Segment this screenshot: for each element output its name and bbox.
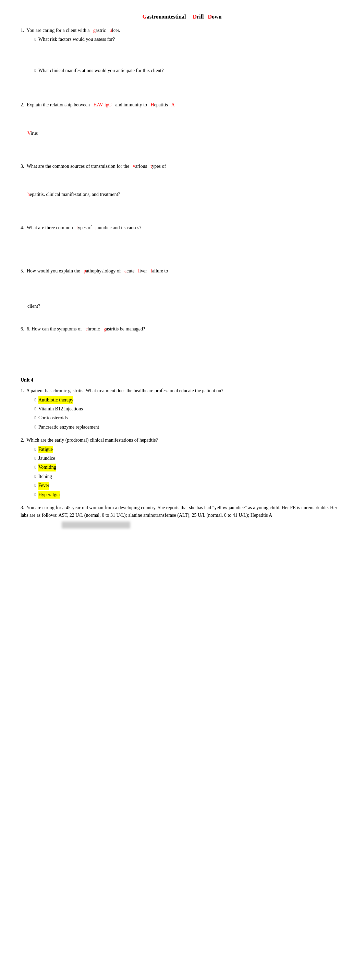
unit4-q1-num: 1. xyxy=(21,388,24,393)
unit4-q1-opt1-text: Antibiotic therapy xyxy=(38,396,73,404)
unit4-section: Unit 4 1. A patient has chronic gastriti… xyxy=(21,377,343,528)
q1-num: 1. xyxy=(21,27,24,34)
q5-text: How would you explain the pathophysiolog… xyxy=(27,268,168,274)
q1-sub2: What clinical manifestations would you a… xyxy=(34,67,343,75)
unit4-q2-opt1-text: Fatigue xyxy=(38,446,53,453)
question-5: 5. How would you explain the pathophysio… xyxy=(21,267,343,320)
unit4-q2-opt2-text: Jaundice xyxy=(38,455,55,462)
q2-text: Explain the relationship between HAV IgG… xyxy=(27,102,175,107)
unit4-q2-opt5: Fever xyxy=(34,482,343,489)
q4-text: What are three common types of jaundice … xyxy=(27,225,142,230)
q3-text: What are the common sources of transmiss… xyxy=(27,164,166,169)
title-text: Gastronomtestinal Drill Down xyxy=(142,14,222,19)
unit4-q1-options: Antibiotic therapy Vitamin B12 injection… xyxy=(34,396,343,431)
q2-num: 2. xyxy=(21,101,24,109)
unit4-q1-opt3-text: Corticosteroids xyxy=(38,414,68,422)
question-4: 4. What are three common types of jaundi… xyxy=(21,224,343,262)
q3-num: 3. xyxy=(21,163,24,170)
unit4-q2-text: Which are the early (prodromal) clinical… xyxy=(25,438,158,443)
q1-text: You are caring for a client with a gastr… xyxy=(26,28,120,33)
unit4-title: Unit 4 xyxy=(21,377,343,383)
unit4-q2-opt4-text: Itching xyxy=(38,473,52,480)
unit4-q2-opt4: Itching xyxy=(34,473,343,480)
unit4-q2: 2. Which are the early (prodromal) clini… xyxy=(21,436,343,499)
unit4-q1-opt1: Antibiotic therapy xyxy=(34,396,343,404)
unit4-q3-text: You are caring for a 45-year-old woman f… xyxy=(21,505,337,518)
unit4-q2-opt3-text: Vomiting xyxy=(38,464,56,471)
q6-num: 6. xyxy=(21,325,24,333)
page-title: Gastronomtestinal Drill Down xyxy=(21,14,343,20)
unit4-q1: 1. A patient has chronic gastritis. What… xyxy=(21,387,343,431)
q1-sub2-text: What clinical manifestations would you a… xyxy=(38,67,163,75)
question-2: 2. Explain the relationship between HAV … xyxy=(21,101,343,158)
q4-num: 4. xyxy=(21,224,24,232)
unit4-q2-opt2: Jaundice xyxy=(34,455,343,462)
q5-num: 5. xyxy=(21,267,24,275)
unit4-q1-opt2-text: Vitamin B12 injections xyxy=(38,405,83,413)
unit4-q2-opt1: Fatigue xyxy=(34,446,343,453)
blurred-answer xyxy=(62,522,130,528)
unit4-q2-num: 2. xyxy=(21,438,24,443)
unit4-q1-text: A patient has chronic gastritis. What tr… xyxy=(25,388,223,393)
q2-continuation: Virus xyxy=(27,130,343,137)
unit4-q2-options: Fatigue Jaundice Vomiting Itching Fever … xyxy=(34,446,343,499)
unit4-q2-opt6-text: Hyperalgia xyxy=(38,491,60,499)
unit4-q2-opt5-text: Fever xyxy=(38,482,49,489)
unit4-q1-opt2: Vitamin B12 injections xyxy=(34,405,343,413)
unit4-q1-opt4-text: Pancreatic enzyme replacement xyxy=(38,423,99,431)
unit4-q3-num: 3. xyxy=(21,505,24,510)
unit4-q1-opt3: Corticosteroids xyxy=(34,414,343,422)
q6-text: 6. How can the symptoms of chronic gastr… xyxy=(27,326,145,331)
unit4-q1-opt4: Pancreatic enzyme replacement xyxy=(34,423,343,431)
drill-down-section: 1. You are caring for a client with a ga… xyxy=(21,27,343,367)
question-1: 1. You are caring for a client with a ga… xyxy=(21,27,343,96)
unit4-q2-opt3: Vomiting xyxy=(34,464,343,471)
unit4-q2-opt6: Hyperalgia xyxy=(34,491,343,499)
unit4-q3: 3. You are caring for a 45-year-old woma… xyxy=(21,504,343,528)
q1-sub1-text: What risk factors would you assess for? xyxy=(38,36,115,43)
q1-sub1: What risk factors would you assess for? xyxy=(34,36,343,43)
question-6: 6. 6. How can the symptoms of chronic ga… xyxy=(21,325,343,367)
q3-continuation: hepatitis, clinical manifestations, and … xyxy=(27,191,343,198)
q5-continuation: client? xyxy=(27,303,343,310)
question-3: 3. What are the common sources of transm… xyxy=(21,163,343,219)
unit4-question-list: 1. A patient has chronic gastritis. What… xyxy=(21,387,343,528)
